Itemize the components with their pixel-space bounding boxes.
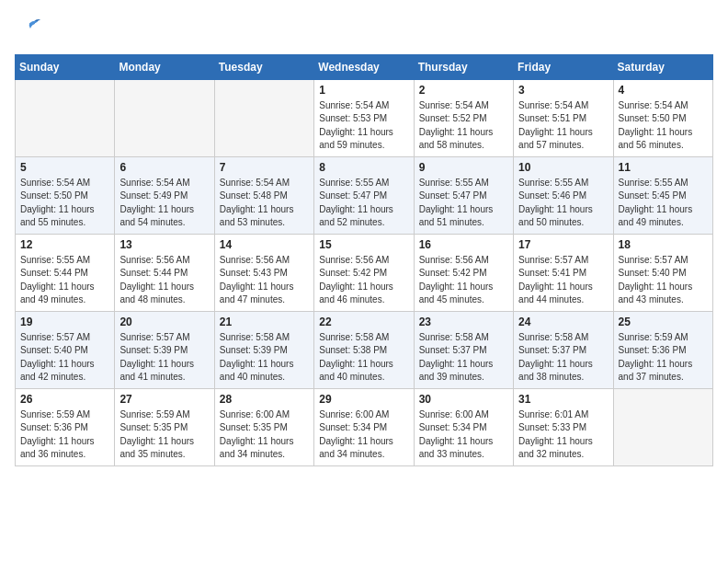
day-info: Sunrise: 5:56 AMSunset: 5:42 PMDaylight:…: [419, 254, 508, 307]
calendar-cell: 27Sunrise: 5:59 AMSunset: 5:35 PMDayligh…: [115, 388, 214, 465]
day-info: Sunrise: 5:54 AMSunset: 5:50 PMDaylight:…: [619, 99, 708, 153]
day-info: Sunrise: 5:59 AMSunset: 5:35 PMDaylight:…: [119, 408, 209, 462]
day-info: Sunrise: 5:55 AMSunset: 5:44 PMDaylight:…: [20, 254, 109, 307]
calendar-cell: 16Sunrise: 5:56 AMSunset: 5:42 PMDayligh…: [414, 234, 513, 311]
calendar-cell: 4Sunrise: 5:54 AMSunset: 5:50 PMDaylight…: [613, 79, 712, 156]
day-number: 23: [419, 316, 508, 328]
calendar-cell: 14Sunrise: 5:56 AMSunset: 5:43 PMDayligh…: [214, 234, 313, 311]
calendar-week-row: 12Sunrise: 5:55 AMSunset: 5:44 PMDayligh…: [16, 234, 713, 311]
day-info: Sunrise: 5:57 AMSunset: 5:40 PMDaylight:…: [20, 331, 109, 385]
calendar-cell: 13Sunrise: 5:56 AMSunset: 5:44 PMDayligh…: [115, 234, 214, 311]
day-info: Sunrise: 5:57 AMSunset: 5:39 PMDaylight:…: [119, 331, 209, 385]
calendar-header-row: SundayMondayTuesdayWednesdayThursdayFrid…: [16, 54, 713, 79]
day-info: Sunrise: 6:00 AMSunset: 5:34 PMDaylight:…: [419, 408, 508, 462]
day-info: Sunrise: 5:56 AMSunset: 5:42 PMDaylight:…: [319, 254, 408, 307]
calendar-cell: 3Sunrise: 5:54 AMSunset: 5:51 PMDaylight…: [514, 79, 613, 156]
logo: [15, 15, 42, 45]
calendar-cell: 21Sunrise: 5:58 AMSunset: 5:39 PMDayligh…: [214, 311, 313, 388]
calendar-cell: 7Sunrise: 5:54 AMSunset: 5:48 PMDaylight…: [214, 156, 313, 234]
logo-bird-icon: [17, 15, 42, 40]
day-number: 12: [20, 238, 109, 251]
calendar-cell: 12Sunrise: 5:55 AMSunset: 5:44 PMDayligh…: [16, 234, 115, 311]
day-number: 28: [220, 393, 309, 406]
calendar-cell: [613, 388, 712, 465]
weekday-header-thursday: Thursday: [414, 54, 513, 79]
day-number: 9: [419, 161, 508, 174]
day-info: Sunrise: 5:57 AMSunset: 5:41 PMDaylight:…: [518, 254, 608, 307]
day-number: 17: [518, 238, 608, 251]
day-info: Sunrise: 5:54 AMSunset: 5:49 PMDaylight:…: [119, 177, 209, 230]
day-number: 21: [220, 316, 309, 328]
day-info: Sunrise: 6:00 AMSunset: 5:34 PMDaylight:…: [319, 408, 408, 462]
day-info: Sunrise: 5:57 AMSunset: 5:40 PMDaylight:…: [619, 254, 708, 307]
weekday-header-monday: Monday: [115, 54, 214, 79]
calendar-cell: 10Sunrise: 5:55 AMSunset: 5:46 PMDayligh…: [514, 156, 613, 234]
page-header: [15, 15, 713, 45]
calendar-cell: 5Sunrise: 5:54 AMSunset: 5:50 PMDaylight…: [16, 156, 115, 234]
weekday-header-sunday: Sunday: [16, 54, 115, 79]
day-info: Sunrise: 5:58 AMSunset: 5:37 PMDaylight:…: [518, 331, 608, 385]
day-info: Sunrise: 6:01 AMSunset: 5:33 PMDaylight:…: [518, 408, 608, 462]
day-info: Sunrise: 6:00 AMSunset: 5:35 PMDaylight:…: [220, 408, 309, 462]
weekday-header-saturday: Saturday: [613, 54, 712, 79]
day-info: Sunrise: 5:58 AMSunset: 5:39 PMDaylight:…: [220, 331, 309, 385]
day-info: Sunrise: 5:55 AMSunset: 5:46 PMDaylight:…: [518, 177, 608, 230]
calendar-cell: 25Sunrise: 5:59 AMSunset: 5:36 PMDayligh…: [613, 311, 712, 388]
day-number: 20: [119, 316, 209, 328]
day-number: 29: [319, 393, 408, 406]
calendar-cell: 1Sunrise: 5:54 AMSunset: 5:53 PMDaylight…: [314, 79, 414, 156]
calendar-cell: 31Sunrise: 6:01 AMSunset: 5:33 PMDayligh…: [514, 388, 613, 465]
day-number: 1: [319, 84, 408, 97]
day-info: Sunrise: 5:54 AMSunset: 5:52 PMDaylight:…: [419, 99, 508, 153]
calendar-cell: 30Sunrise: 6:00 AMSunset: 5:34 PMDayligh…: [414, 388, 513, 465]
day-number: 11: [619, 161, 708, 174]
calendar-cell: 17Sunrise: 5:57 AMSunset: 5:41 PMDayligh…: [514, 234, 613, 311]
day-number: 22: [319, 316, 408, 328]
calendar-cell: 20Sunrise: 5:57 AMSunset: 5:39 PMDayligh…: [115, 311, 214, 388]
day-number: 4: [619, 84, 708, 97]
day-info: Sunrise: 5:54 AMSunset: 5:53 PMDaylight:…: [319, 99, 408, 153]
day-number: 16: [419, 238, 508, 251]
day-number: 6: [119, 161, 209, 174]
day-info: Sunrise: 5:59 AMSunset: 5:36 PMDaylight:…: [619, 331, 708, 385]
calendar-cell: 26Sunrise: 5:59 AMSunset: 5:36 PMDayligh…: [16, 388, 115, 465]
calendar-cell: 29Sunrise: 6:00 AMSunset: 5:34 PMDayligh…: [314, 388, 414, 465]
calendar-cell: 19Sunrise: 5:57 AMSunset: 5:40 PMDayligh…: [16, 311, 115, 388]
calendar-cell: 18Sunrise: 5:57 AMSunset: 5:40 PMDayligh…: [613, 234, 712, 311]
day-number: 30: [419, 393, 508, 406]
day-number: 15: [319, 238, 408, 251]
day-number: 8: [319, 161, 408, 174]
calendar-table: SundayMondayTuesdayWednesdayThursdayFrid…: [15, 54, 713, 466]
day-number: 3: [518, 84, 608, 97]
calendar-cell: 8Sunrise: 5:55 AMSunset: 5:47 PMDaylight…: [314, 156, 414, 234]
weekday-header-tuesday: Tuesday: [214, 54, 313, 79]
calendar-cell: [115, 79, 214, 156]
calendar-week-row: 26Sunrise: 5:59 AMSunset: 5:36 PMDayligh…: [16, 388, 713, 465]
day-number: 31: [518, 393, 608, 406]
day-number: 27: [119, 393, 209, 406]
day-number: 14: [220, 238, 309, 251]
calendar-cell: [214, 79, 313, 156]
day-info: Sunrise: 5:54 AMSunset: 5:50 PMDaylight:…: [20, 177, 109, 230]
day-number: 25: [619, 316, 708, 328]
calendar-cell: 22Sunrise: 5:58 AMSunset: 5:38 PMDayligh…: [314, 311, 414, 388]
calendar-week-row: 19Sunrise: 5:57 AMSunset: 5:40 PMDayligh…: [16, 311, 713, 388]
day-info: Sunrise: 5:58 AMSunset: 5:37 PMDaylight:…: [419, 331, 508, 385]
day-number: 7: [220, 161, 309, 174]
day-number: 10: [518, 161, 608, 174]
calendar-cell: 28Sunrise: 6:00 AMSunset: 5:35 PMDayligh…: [214, 388, 313, 465]
calendar-cell: 11Sunrise: 5:55 AMSunset: 5:45 PMDayligh…: [613, 156, 712, 234]
day-number: 5: [20, 161, 109, 174]
day-info: Sunrise: 5:54 AMSunset: 5:48 PMDaylight:…: [220, 177, 309, 230]
day-info: Sunrise: 5:54 AMSunset: 5:51 PMDaylight:…: [518, 99, 608, 153]
calendar-cell: 24Sunrise: 5:58 AMSunset: 5:37 PMDayligh…: [514, 311, 613, 388]
day-number: 13: [119, 238, 209, 251]
day-info: Sunrise: 5:56 AMSunset: 5:43 PMDaylight:…: [220, 254, 309, 307]
calendar-week-row: 5Sunrise: 5:54 AMSunset: 5:50 PMDaylight…: [16, 156, 713, 234]
day-info: Sunrise: 5:58 AMSunset: 5:38 PMDaylight:…: [319, 331, 408, 385]
calendar-week-row: 1Sunrise: 5:54 AMSunset: 5:53 PMDaylight…: [16, 79, 713, 156]
calendar-cell: 15Sunrise: 5:56 AMSunset: 5:42 PMDayligh…: [314, 234, 414, 311]
calendar-cell: 23Sunrise: 5:58 AMSunset: 5:37 PMDayligh…: [414, 311, 513, 388]
day-info: Sunrise: 5:59 AMSunset: 5:36 PMDaylight:…: [20, 408, 109, 462]
day-number: 24: [518, 316, 608, 328]
